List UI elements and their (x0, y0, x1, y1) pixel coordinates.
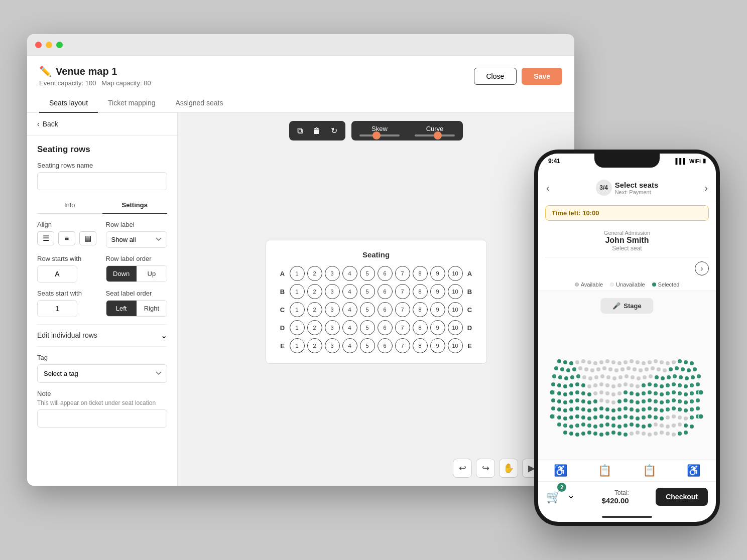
save-button[interactable]: Save (522, 68, 562, 85)
seat-b10[interactable]: 10 (448, 284, 463, 299)
seat-c9[interactable]: 9 (430, 302, 445, 317)
phone-back-button[interactable]: ‹ (546, 182, 550, 194)
curve-slider[interactable] (415, 134, 455, 136)
svg-point-22 (690, 361, 694, 365)
seat-b5[interactable]: 5 (360, 284, 375, 299)
pan-button[interactable]: ✋ (499, 459, 518, 478)
seat-a1[interactable]: 1 (290, 266, 305, 281)
seat-c5[interactable]: 5 (360, 302, 375, 317)
refresh-button[interactable]: ↻ (328, 124, 340, 137)
seat-b9[interactable]: 9 (430, 284, 445, 299)
seat-c10[interactable]: 10 (448, 302, 463, 317)
seat-e1[interactable]: 1 (290, 338, 305, 353)
rows-name-input[interactable] (37, 172, 167, 190)
delete-button[interactable]: 🗑 (310, 124, 324, 137)
close-button[interactable]: Close (474, 68, 517, 85)
copy-button[interactable]: ⧉ (294, 124, 306, 137)
tab-assigned-seats[interactable]: Assigned seats (165, 94, 233, 113)
seat-c4[interactable]: 4 (342, 302, 357, 317)
seat-a2[interactable]: 2 (307, 266, 322, 281)
info-tab[interactable]: Info (37, 197, 102, 214)
seat-a10[interactable]: 10 (448, 266, 463, 281)
seat-d4[interactable]: 4 (342, 320, 357, 335)
skew-slider[interactable] (359, 134, 400, 136)
nav-accessibility-left[interactable]: ♿ (554, 464, 567, 477)
edit-individual-rows-toggle[interactable]: Edit individual rows ⌄ (37, 324, 167, 347)
seat-b7[interactable]: 7 (395, 284, 410, 299)
nav-accessibility-right[interactable]: ♿ (687, 464, 700, 477)
cart-chevron-icon[interactable]: ⌄ (567, 490, 575, 501)
note-input[interactable] (37, 409, 167, 428)
seat-d7[interactable]: 7 (395, 320, 410, 335)
seat-map-svg[interactable] (549, 321, 705, 460)
ticket-arrow-button[interactable]: › (695, 261, 709, 275)
seat-c3[interactable]: 3 (325, 302, 340, 317)
seat-c2[interactable]: 2 (307, 302, 322, 317)
minimize-dot[interactable] (46, 42, 52, 48)
seat-a8[interactable]: 8 (413, 266, 428, 281)
seat-d2[interactable]: 2 (307, 320, 322, 335)
seat-e8[interactable]: 8 (413, 338, 428, 353)
seat-c6[interactable]: 6 (378, 302, 393, 317)
seat-d5[interactable]: 5 (360, 320, 375, 335)
seat-b1[interactable]: 1 (290, 284, 305, 299)
seat-d6[interactable]: 6 (378, 320, 393, 335)
seat-order-left-button[interactable]: Left (106, 301, 137, 316)
seat-c1[interactable]: 1 (290, 302, 305, 317)
seat-e7[interactable]: 7 (395, 338, 410, 353)
seat-a4[interactable]: 4 (342, 266, 357, 281)
settings-tab[interactable]: Settings (102, 197, 168, 214)
row-order-up-button[interactable]: Up (137, 266, 167, 282)
seat-c8[interactable]: 8 (413, 302, 428, 317)
seat-b2[interactable]: 2 (307, 284, 322, 299)
close-dot[interactable] (35, 42, 42, 48)
checkout-button[interactable]: Checkout (656, 488, 708, 506)
seat-d8[interactable]: 8 (413, 320, 428, 335)
row-order-down-button[interactable]: Down (106, 266, 137, 282)
seat-e5[interactable]: 5 (360, 338, 375, 353)
svg-point-127 (581, 399, 585, 403)
seat-d9[interactable]: 9 (430, 320, 445, 335)
svg-point-190 (660, 416, 664, 421)
seat-d3[interactable]: 3 (325, 320, 340, 335)
seat-c7[interactable]: 7 (395, 302, 410, 317)
redo-button[interactable]: ↪ (476, 459, 495, 478)
seat-a7[interactable]: 7 (395, 266, 410, 281)
seat-e6[interactable]: 6 (378, 338, 393, 353)
seat-d1[interactable]: 1 (290, 320, 305, 335)
phone-seat-map[interactable]: 🎤 Stage (538, 291, 716, 460)
tag-select[interactable]: Select a tag (37, 364, 167, 383)
align-left-button[interactable]: ☰ (37, 231, 54, 245)
tab-ticket-mapping[interactable]: Ticket mapping (98, 94, 165, 113)
seat-e10[interactable]: 10 (448, 338, 463, 353)
seat-a6[interactable]: 6 (378, 266, 393, 281)
seat-e4[interactable]: 4 (342, 338, 357, 353)
seat-e2[interactable]: 2 (307, 338, 322, 353)
seat-a9[interactable]: 9 (430, 266, 445, 281)
seat-b8[interactable]: 8 (413, 284, 428, 299)
nav-zoom-in[interactable]: 📋 (598, 464, 611, 477)
maximize-dot[interactable] (56, 42, 63, 48)
back-button[interactable]: ‹ Back (27, 113, 177, 135)
desktop-window: ✏️ Venue map 1 Event capacity: 100 Map c… (27, 34, 574, 486)
seats-start-input[interactable] (37, 300, 77, 317)
svg-point-204 (599, 424, 603, 428)
seat-a5[interactable]: 5 (360, 266, 375, 281)
seat-e9[interactable]: 9 (430, 338, 445, 353)
align-center-button[interactable]: ≡ (58, 231, 75, 245)
seat-order-right-button[interactable]: Right (137, 301, 167, 316)
seat-a3[interactable]: 3 (325, 266, 340, 281)
seat-b6[interactable]: 6 (378, 284, 393, 299)
undo-button[interactable]: ↩ (453, 459, 472, 478)
row-label-select[interactable]: Show all (106, 231, 168, 248)
svg-point-18 (666, 361, 670, 365)
align-right-button[interactable]: ▤ (79, 231, 96, 245)
seat-e3[interactable]: 3 (325, 338, 340, 353)
seat-d10[interactable]: 10 (448, 320, 463, 335)
seat-label-order-toggle: Left Right (106, 300, 168, 317)
seat-b4[interactable]: 4 (342, 284, 357, 299)
row-starts-input[interactable] (37, 265, 77, 283)
nav-zoom-out[interactable]: 📋 (643, 464, 656, 477)
seat-b3[interactable]: 3 (325, 284, 340, 299)
tab-seats-layout[interactable]: Seats layout (39, 94, 98, 113)
